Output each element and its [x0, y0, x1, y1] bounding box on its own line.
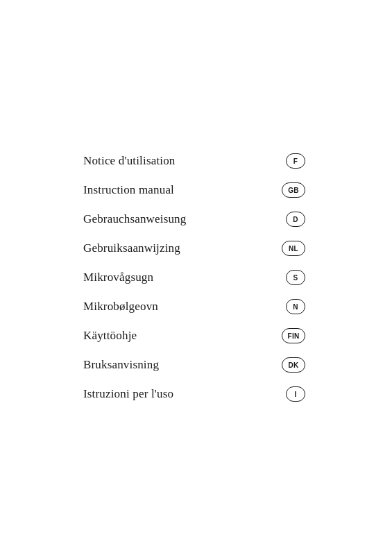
menu-item[interactable]: GebruiksaanwijzingNL: [83, 234, 305, 263]
menu-item[interactable]: Istruzioni per l'usoI: [83, 379, 305, 409]
menu-item[interactable]: GebrauchsanweisungD: [83, 205, 305, 234]
menu-item-label: Bruksanvisning: [83, 358, 159, 372]
lang-badge: GB: [282, 182, 305, 198]
lang-badge: S: [286, 270, 305, 285]
menu-item[interactable]: KäyttöohjeFIN: [83, 321, 305, 350]
lang-badge: DK: [282, 357, 305, 373]
menu-item-label: Gebrauchsanweisung: [83, 212, 186, 226]
lang-badge: N: [286, 299, 305, 314]
menu-item-label: Instruction manual: [83, 183, 174, 197]
menu-item-label: Mikrovågsugn: [83, 271, 153, 284]
lang-badge: NL: [282, 241, 305, 256]
lang-badge: I: [286, 386, 305, 402]
menu-item[interactable]: MikrovågsugnS: [83, 263, 305, 292]
menu-item-label: Istruzioni per l'uso: [83, 387, 173, 401]
menu-item[interactable]: MikrobølgeovnN: [83, 292, 305, 321]
menu-item-label: Gebruiksaanwijzing: [83, 241, 180, 255]
menu-item-label: Notice d'utilisation: [83, 154, 176, 168]
menu-item-label: Käyttöohje: [83, 329, 137, 343]
menu-item-label: Mikrobølgeovn: [83, 300, 158, 314]
menu-item[interactable]: Notice d'utilisationF: [83, 146, 305, 176]
language-menu-list: Notice d'utilisationFInstruction manualG…: [83, 146, 336, 409]
lang-badge: FIN: [282, 328, 305, 343]
menu-item[interactable]: BruksanvisningDK: [83, 350, 305, 379]
menu-item[interactable]: Instruction manualGB: [83, 176, 305, 205]
lang-badge: D: [286, 212, 305, 227]
page: Notice d'utilisationFInstruction manualG…: [0, 0, 392, 555]
lang-badge: F: [286, 153, 305, 169]
